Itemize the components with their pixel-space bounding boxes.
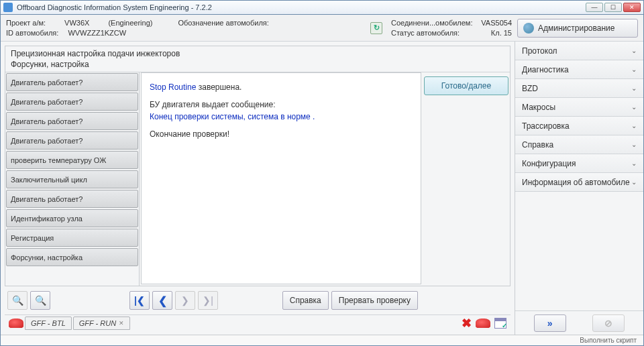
left-area: Прецизионная настройка подачи инжекторов…	[1, 42, 515, 335]
stop-button[interactable]: ⊘	[592, 314, 625, 332]
accordion-header[interactable]: Протокол⌄	[515, 42, 643, 60]
message-pane: Stop Routine завершена. БУ двигателя выд…	[141, 72, 421, 284]
vehicle-designation-label: Обозначение автомобиля:	[178, 19, 268, 27]
admin-button[interactable]: Администрирование	[517, 19, 638, 38]
header-bar: Проект а/м: VW36X (Engineering) Обозначе…	[1, 15, 643, 42]
step-item[interactable]: Двигатель работает?	[6, 112, 138, 130]
accordion-label: Конфигурация	[522, 159, 576, 168]
accordion-label: BZD	[522, 84, 538, 93]
right-panel-footer: » ⊘	[515, 310, 643, 335]
car-icon	[9, 319, 23, 328]
window-title: Offboard Diagnostic Information System E…	[17, 3, 586, 11]
status-text: Выполнить скрипт	[580, 337, 637, 344]
forward-icon: »	[547, 318, 553, 329]
accordion-label: Макросы	[522, 103, 555, 112]
accordion-header[interactable]: Конфигурация⌄	[515, 154, 643, 173]
step-item[interactable]: проверить температуру ОЖ	[6, 151, 138, 169]
magnifier-plus-icon: 🔍	[35, 295, 46, 306]
nav-next-icon: ❯	[181, 295, 189, 306]
calendar-check-icon[interactable]	[494, 318, 506, 329]
forward-button[interactable]: »	[534, 314, 566, 332]
refresh-icon-box: ↻	[367, 17, 386, 38]
title-bar: Offboard Diagnostic Information System E…	[0, 0, 644, 15]
chevron-down-icon: ⌄	[631, 141, 637, 148]
msg-completed: завершена.	[196, 82, 241, 92]
step-item[interactable]: Идентификатор узла	[6, 209, 138, 227]
chevron-down-icon: ⌄	[631, 178, 637, 186]
msg-stop-routine: Stop Routine	[150, 82, 196, 92]
tab-gff-btl[interactable]: GFF - BTL	[25, 316, 72, 330]
step-item[interactable]: Регистрация	[6, 229, 138, 247]
accordion-label: Диагностика	[522, 65, 569, 74]
car-icon-2[interactable]	[476, 319, 490, 328]
step-item[interactable]: Двигатель работает?	[6, 73, 138, 91]
accordion-header[interactable]: Справка⌄	[515, 135, 643, 154]
stop-icon: ⊘	[604, 318, 612, 329]
accordion-header[interactable]: Трассировка⌄	[515, 117, 643, 135]
nav-first-icon: |❮	[134, 295, 145, 306]
close-button[interactable]: ✕	[623, 3, 641, 12]
step-item[interactable]: Двигатель работает?	[6, 93, 138, 111]
msg-system-ok: Конец проверки системы, система в норме …	[150, 111, 413, 123]
step-list[interactable]: Двигатель работает?Двигатель работает?Дв…	[5, 72, 140, 286]
step-item[interactable]: Форсунки, настройка	[6, 248, 138, 266]
project-value: VW36X	[64, 19, 89, 27]
right-panel-body	[515, 192, 643, 310]
app-icon	[3, 3, 13, 12]
admin-label: Администрирование	[538, 23, 614, 33]
vehicle-status-label: Статус автомобиля:	[391, 29, 460, 37]
tab-row: GFF - BTL GFF - RUN✕ ✖	[5, 314, 511, 331]
accordion-header[interactable]: BZD⌄	[515, 79, 643, 98]
side-panel: Готово/далее	[423, 72, 510, 286]
globe-icon	[523, 23, 534, 34]
procedure-subtitle: Форсунки, настройка	[5, 60, 510, 72]
step-item[interactable]: Двигатель работает?	[6, 131, 138, 150]
step-item[interactable]: Двигатель работает?	[6, 190, 138, 208]
tab-gff-run[interactable]: GFF - RUN✕	[73, 316, 130, 330]
zoom-in-button[interactable]: 🔍	[30, 291, 50, 310]
magnifier-minus-icon: 🔍	[12, 295, 23, 306]
vehicle-status-value: Кл. 15	[491, 29, 512, 37]
vehicle-id-label: ID автомобиля:	[6, 29, 58, 37]
accordion-header[interactable]: Диагностика⌄	[515, 60, 643, 79]
header-connection: Соединени...омобилем:VAS5054 Статус авто…	[391, 17, 512, 38]
refresh-icon[interactable]: ↻	[370, 22, 382, 34]
accordion-label: Информация об автомобиле	[522, 178, 630, 187]
accordion-header[interactable]: Макросы⌄	[515, 98, 643, 117]
delete-icon[interactable]: ✖	[462, 316, 472, 331]
status-bar: Выполнить скрипт	[1, 335, 643, 345]
header-admin: Администрирование	[517, 17, 638, 38]
nav-last-button[interactable]: ❯|	[198, 291, 218, 310]
chevron-down-icon: ⌄	[631, 103, 637, 111]
procedure-title: Прецизионная настройка подачи инжекторов	[5, 46, 510, 60]
msg-end-check: Окончание проверки!	[150, 128, 413, 140]
chevron-down-icon: ⌄	[631, 47, 637, 54]
accordion-header[interactable]: Информация об автомобиле⌄	[515, 173, 643, 192]
nav-last-icon: ❯|	[203, 295, 213, 306]
maximize-button[interactable]: ☐	[604, 3, 622, 12]
main-window: Проект а/м: VW36X (Engineering) Обозначе…	[0, 15, 644, 346]
abort-check-button[interactable]: Прервать проверку	[331, 291, 418, 310]
accordion-label: Протокол	[522, 46, 557, 56]
chevron-down-icon: ⌄	[631, 84, 637, 92]
nav-prev-icon: ❮	[158, 294, 167, 307]
minimize-button[interactable]: —	[586, 3, 603, 12]
connection-label: Соединени...омобилем:	[391, 19, 472, 27]
message-area: Stop Routine завершена. БУ двигателя выд…	[140, 72, 423, 286]
accordion-label: Справка	[522, 140, 553, 150]
ready-next-button[interactable]: Готово/далее	[424, 76, 508, 95]
project-label: Проект а/м:	[6, 19, 46, 27]
help-button[interactable]: Справка	[282, 291, 329, 310]
vehicle-id-value: WVWZZZ1KZCW	[68, 29, 126, 37]
zoom-out-button[interactable]: 🔍	[7, 291, 28, 310]
chevron-down-icon: ⌄	[631, 122, 637, 129]
connection-value: VAS5054	[481, 19, 512, 27]
toolbar-row: 🔍 🔍 |❮ ❮ ❯ ❯| Справка Прервать проверку	[5, 289, 511, 312]
nav-first-button[interactable]: |❮	[129, 291, 150, 310]
left-inner: Прецизионная настройка подачи инжекторов…	[5, 46, 511, 286]
engineering-label: (Engineering)	[108, 19, 152, 27]
nav-next-button[interactable]: ❯	[175, 291, 195, 310]
tab-close-icon[interactable]: ✕	[119, 320, 124, 327]
nav-prev-button[interactable]: ❮	[152, 291, 172, 310]
step-item[interactable]: Заключительный цикл	[6, 170, 138, 188]
